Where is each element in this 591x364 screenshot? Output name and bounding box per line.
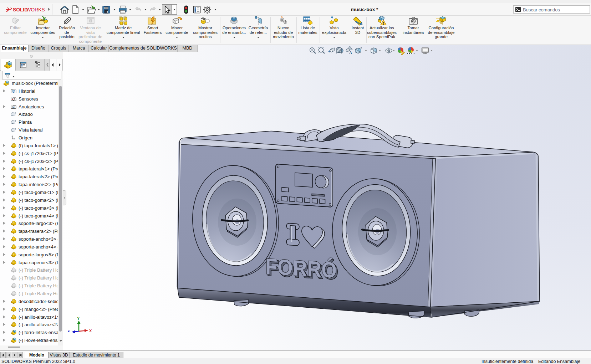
svg-text:FORRÓ: FORRÓ (265, 254, 337, 282)
svg-text:X: X (89, 329, 92, 333)
svg-text:WORKS: WORKS (26, 7, 45, 12)
svg-text:Y: Y (77, 316, 80, 321)
svg-text:A: A (349, 50, 352, 55)
svg-text:z: z (68, 328, 70, 333)
svg-text:SOLID: SOLID (13, 7, 28, 12)
